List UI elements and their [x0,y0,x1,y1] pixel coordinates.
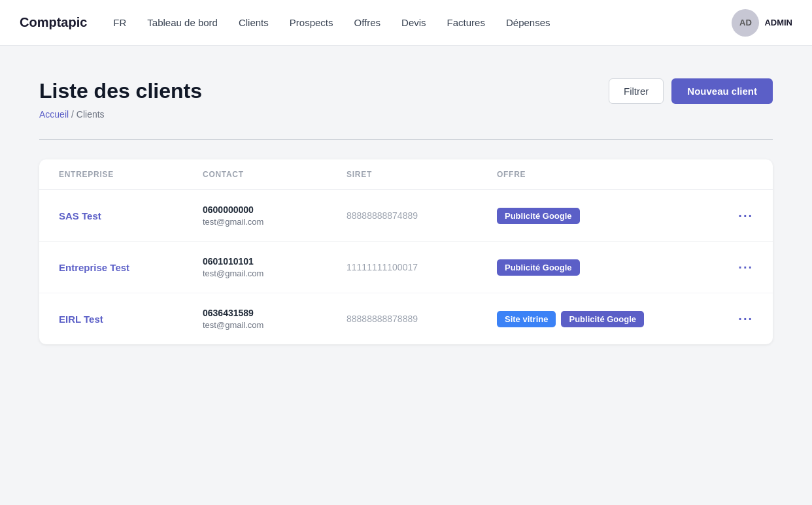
col-contact: CONTACT [203,170,347,179]
page-title: Liste des clients [39,79,202,103]
row-menu-1[interactable]: ··· [738,208,753,223]
breadcrumb: Accueil / Clients [39,109,773,120]
filter-button[interactable]: Filtrer [609,78,664,104]
breadcrumb-home[interactable]: Accueil [39,109,69,120]
contact-3: 0636431589 test@gmail.com [203,308,347,330]
row-menu-3[interactable]: ··· [738,312,753,327]
row-menu-2[interactable]: ··· [738,260,753,275]
email-2: test@gmail.com [203,269,347,278]
breadcrumb-sep: / [71,109,76,120]
phone-2: 0601010101 [203,256,347,267]
col-entreprise: ENTREPRISE [59,170,203,179]
table-header: ENTREPRISE CONTACT SIRET OFFRE [39,159,773,190]
col-siret: SIRET [347,170,497,179]
company-name-1[interactable]: SAS Test [59,210,203,221]
divider [39,139,773,140]
col-offre: OFFRE [497,170,714,179]
new-client-button[interactable]: Nouveau client [671,78,773,104]
main-content: Liste des clients Filtrer Nouveau client… [0,46,812,370]
contact-2: 0601010101 test@gmail.com [203,256,347,278]
badge-pub-google-2: Publicité Google [497,259,580,276]
badge-pub-google-3: Publicité Google [561,311,644,327]
breadcrumb-current: Clients [76,109,105,120]
nav-devis[interactable]: Devis [400,14,428,31]
email-3: test@gmail.com [203,320,347,330]
actions-2: ··· [714,260,753,275]
table-row: SAS Test 0600000000 test@gmail.com 88888… [39,190,773,242]
nav-offres[interactable]: Offres [353,14,382,31]
table-row: EIRL Test 0636431589 test@gmail.com 8888… [39,293,773,344]
offre-3: Site vitrine Publicité Google [497,311,714,327]
badge-pub-google-1: Publicité Google [497,208,580,224]
company-name-2[interactable]: Entreprise Test [59,262,203,273]
company-name-3[interactable]: EIRL Test [59,314,203,325]
col-actions [714,170,753,179]
offre-1: Publicité Google [497,208,714,224]
contact-1: 0600000000 test@gmail.com [203,204,347,227]
actions-1: ··· [714,208,753,223]
badge-site-vitrine-3: Site vitrine [497,311,556,327]
avatar-initials: AD [739,18,752,27]
siret-3: 88888888878889 [347,314,497,324]
siret-1: 88888888874889 [347,210,497,221]
phone-3: 0636431589 [203,308,347,318]
avatar[interactable]: AD [732,9,759,37]
page-header: Liste des clients Filtrer Nouveau client [39,78,773,104]
table-row: Entreprise Test 0601010101 test@gmail.co… [39,242,773,293]
nav-depenses[interactable]: Dépenses [505,14,552,31]
navbar-right: AD ADMIN [732,9,792,37]
nav-lang[interactable]: FR [112,14,127,31]
table-card: ENTREPRISE CONTACT SIRET OFFRE SAS Test … [39,159,773,344]
brand[interactable]: Comptapic [20,15,87,30]
offre-2: Publicité Google [497,259,714,276]
nav-factures[interactable]: Factures [446,14,486,31]
nav-prospects[interactable]: Prospects [288,14,335,31]
navbar: Comptapic FR Tableau de bord Clients Pro… [0,0,812,46]
admin-label: ADMIN [764,18,792,27]
phone-1: 0600000000 [203,204,347,215]
siret-2: 11111111100017 [347,262,497,272]
nav-clients[interactable]: Clients [237,14,270,31]
actions-3: ··· [714,312,753,327]
nav-tableau-de-bord[interactable]: Tableau de bord [146,14,219,31]
email-1: test@gmail.com [203,217,347,227]
header-actions: Filtrer Nouveau client [609,78,773,104]
